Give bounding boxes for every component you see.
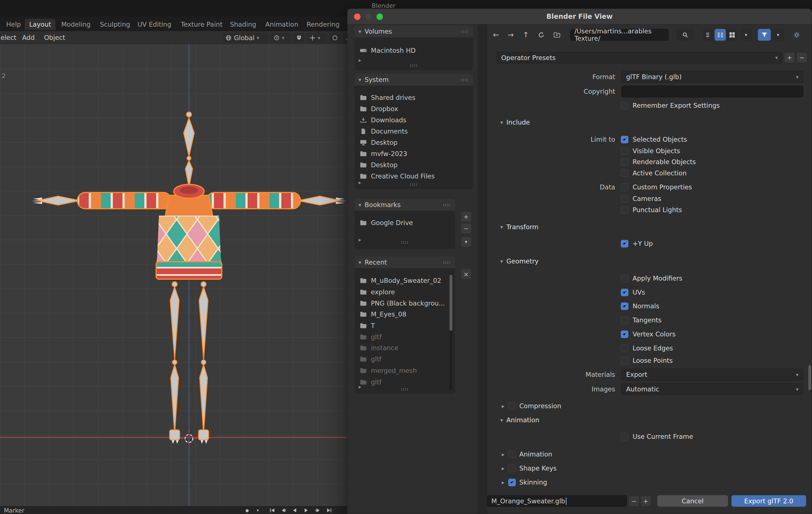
- expand-right-icon[interactable]: ▸: [502, 403, 504, 409]
- sidebar-item-dropbox[interactable]: Dropbox: [360, 103, 398, 115]
- tab-uv-editing[interactable]: UV Editing: [133, 19, 176, 30]
- bookmark-options-dropdown[interactable]: ▾: [461, 237, 471, 247]
- snap-target-dropdown[interactable]: ▾: [307, 33, 327, 43]
- checkbox-y-up[interactable]: [621, 240, 628, 247]
- back-button[interactable]: ←: [490, 29, 502, 41]
- remove-bookmark-button[interactable]: −: [461, 223, 471, 234]
- filter-toggle-button[interactable]: [758, 29, 771, 41]
- recent-scrollbar[interactable]: [450, 272, 452, 390]
- checkbox-row-uvs[interactable]: UVs: [621, 287, 645, 298]
- chevron-down-icon[interactable]: ▾: [253, 507, 263, 514]
- checkbox-custom-properties[interactable]: [621, 183, 628, 191]
- tab-sculpting[interactable]: Sculpting: [95, 19, 135, 30]
- checkbox-row-custom-properties[interactable]: Custom Properties: [621, 182, 692, 193]
- checkbox-normals[interactable]: [621, 302, 628, 310]
- options-scrollbar-thumb[interactable]: [808, 365, 811, 390]
- checkbox-row-visible-objects[interactable]: Visible Objects: [621, 145, 680, 156]
- checkbox-row-renderable-objects[interactable]: Renderable Objects: [621, 156, 696, 168]
- tab-modeling[interactable]: Modeling: [57, 19, 95, 30]
- checkbox-vertex-colors[interactable]: [621, 331, 628, 338]
- new-folder-button[interactable]: [551, 29, 563, 41]
- snap-toggle[interactable]: [293, 33, 305, 43]
- recent-item[interactable]: gltf: [360, 331, 382, 342]
- timeline-marker-label[interactable]: Marker: [4, 507, 24, 514]
- sidebar-item-desktop-2[interactable]: Desktop: [360, 159, 398, 171]
- checkbox-row-selected-objects[interactable]: Selected Objects: [621, 134, 687, 145]
- display-thumbnail-button[interactable]: [726, 29, 737, 41]
- checkbox-row-active-collection[interactable]: Active Collection: [621, 168, 687, 179]
- tab-layout[interactable]: Layout: [25, 19, 56, 30]
- checkbox-row-punctual-lights[interactable]: Punctual Lights: [621, 204, 682, 215]
- checkbox-loose-points[interactable]: [621, 357, 628, 364]
- checkbox-row-apply-modifiers[interactable]: Apply Modifiers: [621, 273, 682, 284]
- checkbox-row-vertex-colors[interactable]: Vertex Colors: [621, 329, 675, 340]
- panel-row-compression[interactable]: ▸ Compression: [502, 400, 561, 412]
- checkbox-row-remember-export-settings[interactable]: Remember Export Settings: [621, 100, 720, 111]
- proportional-editing-toggle[interactable]: [329, 33, 341, 43]
- section-animation[interactable]: ▾ Animation: [500, 414, 540, 426]
- recent-item[interactable]: instance: [360, 342, 398, 354]
- section-transform[interactable]: ▾ Transform: [500, 221, 539, 233]
- section-bookmarks[interactable]: ▾ Bookmarks: [355, 199, 455, 211]
- filename-input[interactable]: M_Orange_Sweater.glb: [487, 495, 627, 507]
- recent-item[interactable]: M_Eyes_08: [360, 309, 406, 320]
- recent-item[interactable]: gltf: [360, 354, 382, 365]
- checkbox-row-loose-points[interactable]: Loose Points: [621, 355, 673, 366]
- checkbox-active-collection[interactable]: [621, 170, 628, 177]
- section-include[interactable]: ▾ Include: [500, 117, 530, 128]
- checkbox-shape-keys[interactable]: [508, 464, 516, 472]
- pivot-point-dropdown[interactable]: ▾: [271, 33, 291, 43]
- jump-to-start-button[interactable]: [267, 507, 278, 514]
- forward-button[interactable]: →: [504, 29, 517, 41]
- sidebar-item-creative-cloud-files[interactable]: Creative Cloud Files: [360, 171, 435, 182]
- up-directory-button[interactable]: ↑: [520, 29, 532, 41]
- checkbox-punctual-lights[interactable]: [621, 206, 628, 214]
- grip-handle[interactable]: [410, 64, 418, 67]
- checkbox-row-cameras[interactable]: Cameras: [621, 193, 661, 204]
- grip-handle[interactable]: [443, 204, 451, 206]
- recent-item[interactable]: PNG (Black backgrou...: [360, 298, 445, 309]
- sidebar-item-shared-drives[interactable]: Shared drives: [360, 92, 415, 103]
- expand-right-icon[interactable]: ▸: [358, 57, 361, 63]
- checkbox-compression[interactable]: [508, 402, 516, 410]
- refresh-button[interactable]: [535, 29, 547, 41]
- recent-item[interactable]: merged_mesh: [360, 365, 417, 376]
- auto-key-record-icon[interactable]: ●: [242, 507, 252, 514]
- checkbox-cameras[interactable]: [621, 195, 628, 203]
- menu-help[interactable]: Help: [2, 19, 25, 30]
- section-system[interactable]: ▾ System: [355, 74, 473, 86]
- checkbox-uvs[interactable]: [621, 289, 628, 296]
- sidebar-item-google-drive[interactable]: Google Drive: [360, 217, 413, 229]
- search-button[interactable]: [676, 29, 694, 41]
- play-reverse-button[interactable]: [290, 507, 300, 514]
- dialog-titlebar[interactable]: Blender File View: [347, 9, 812, 24]
- add-bookmark-button[interactable]: +: [461, 211, 471, 222]
- grip-handle[interactable]: [443, 261, 451, 264]
- recent-item[interactable]: explore: [360, 286, 395, 298]
- sidebar-item-mvfw-2023[interactable]: mvfw-2023: [360, 148, 407, 159]
- section-recent[interactable]: ▾ Recent: [355, 256, 455, 268]
- expand-right-icon[interactable]: ▸: [358, 179, 361, 185]
- sidebar-item-desktop[interactable]: Desktop: [360, 137, 398, 148]
- expand-right-icon[interactable]: ▸: [502, 479, 504, 485]
- path-input[interactable]: /Users/martins...arables Texture/: [570, 29, 669, 41]
- add-preset-button[interactable]: +: [784, 52, 795, 63]
- section-volumes[interactable]: ▾ Volumes: [355, 26, 473, 37]
- scrollbar-thumb[interactable]: [450, 275, 452, 331]
- transform-orientation-dropdown[interactable]: Global ▾: [223, 33, 268, 43]
- checkbox-visible-objects[interactable]: [621, 147, 628, 155]
- grip-handle[interactable]: [461, 30, 469, 33]
- checkbox-animation[interactable]: [508, 451, 516, 458]
- recent-item[interactable]: T: [360, 320, 375, 331]
- grip-handle[interactable]: [401, 241, 409, 244]
- file-list-divider[interactable]: [477, 24, 487, 514]
- decrement-filename-button[interactable]: −: [629, 496, 639, 507]
- display-vertical-list-button[interactable]: [703, 29, 714, 41]
- sidebar-item-downloads[interactable]: Downloads: [360, 115, 406, 126]
- checkbox-row-loose-edges[interactable]: Loose Edges: [621, 342, 673, 354]
- filter-options-dropdown[interactable]: ▾: [772, 29, 784, 41]
- checkbox-tangents[interactable]: [621, 316, 628, 324]
- recent-item[interactable]: gltf: [360, 376, 382, 388]
- cancel-button[interactable]: Cancel: [657, 495, 728, 507]
- display-detail-list-button[interactable]: [715, 29, 726, 41]
